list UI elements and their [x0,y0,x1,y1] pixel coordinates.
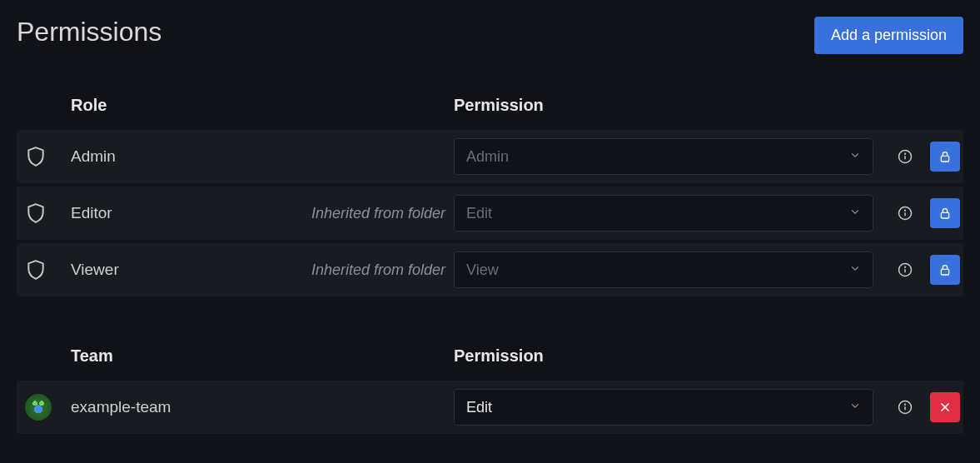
role-row: Admin Admin [17,130,963,183]
role-name: Editor [71,204,271,222]
page-title: Permissions [17,17,162,47]
permission-select: Admin [454,138,873,175]
chevron-down-icon [849,261,861,279]
role-row: Viewer Inherited from folder View [17,243,963,296]
info-icon[interactable] [890,255,920,285]
permission-select[interactable]: Edit [454,389,873,426]
permission-select: Edit [454,195,873,232]
svg-point-6 [905,210,906,211]
svg-point-10 [905,266,906,267]
svg-point-14 [905,404,906,405]
role-column-header: Role [71,96,454,115]
chevron-down-icon [849,148,861,166]
team-row: example-team Edit [17,381,963,434]
permission-select-value: View [466,261,499,279]
inherited-label: Inherited from folder [271,261,454,279]
permission-select-value: Edit [466,205,492,222]
shield-icon [17,202,71,224]
permission-select-value: Edit [466,399,492,416]
info-icon[interactable] [890,198,920,228]
remove-permission-button[interactable] [930,392,960,422]
team-permission-column-header: Permission [454,346,963,366]
role-name: Viewer [71,261,271,279]
team-section-header: Team Permission [17,346,963,381]
chevron-down-icon [849,399,861,416]
add-permission-button[interactable]: Add a permission [814,17,963,54]
svg-rect-11 [941,269,948,275]
svg-point-2 [905,153,906,154]
lock-icon [930,198,960,228]
permission-column-header: Permission [454,96,963,115]
inherited-label: Inherited from folder [271,205,454,222]
info-icon[interactable] [890,392,920,422]
team-column-header: Team [71,346,454,366]
team-name: example-team [71,398,271,416]
svg-rect-3 [941,156,948,162]
info-icon[interactable] [890,142,920,172]
page-header: Permissions Add a permission [17,17,963,54]
permission-select-value: Admin [466,148,509,166]
team-avatar [17,394,71,421]
role-row: Editor Inherited from folder Edit [17,187,963,240]
role-section-header: Role Permission [17,96,963,130]
svg-rect-7 [941,212,948,218]
chevron-down-icon [849,205,861,222]
lock-icon [930,142,960,172]
lock-icon [930,255,960,285]
shield-icon [17,146,71,167]
role-name: Admin [71,147,271,166]
permission-select: View [454,251,873,288]
shield-icon [17,259,71,281]
